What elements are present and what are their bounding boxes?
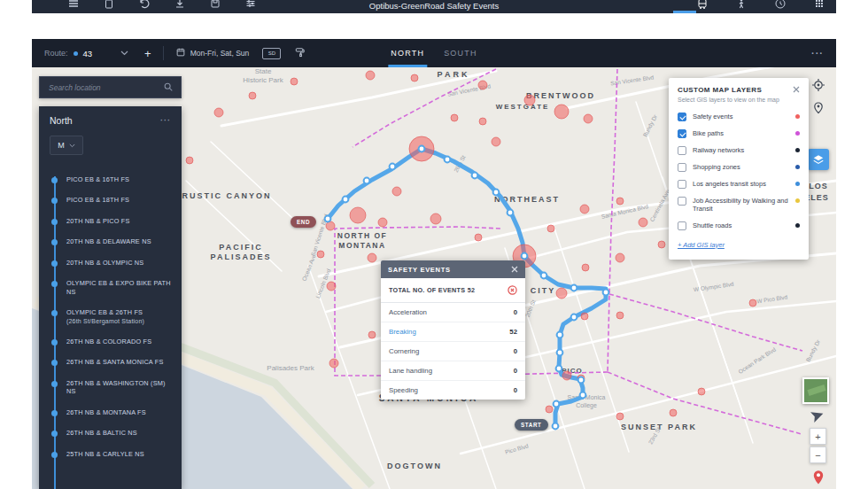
- safety-event-marker[interactable]: [326, 221, 335, 230]
- route-stop-marker[interactable]: [493, 190, 500, 196]
- paint-bucket-icon[interactable]: [294, 45, 306, 61]
- direction-dropdown[interactable]: M: [50, 136, 83, 155]
- safety-event-marker[interactable]: [430, 213, 441, 224]
- apps-grid-icon[interactable]: [813, 0, 825, 10]
- layer-checkbox[interactable]: [678, 180, 686, 189]
- route-stop-marker[interactable]: [419, 146, 425, 152]
- stop-list-item[interactable]: 26TH NB & WASHINGTON (SM) NS: [39, 373, 182, 402]
- layer-checkbox[interactable]: [678, 129, 686, 138]
- add-route-button[interactable]: +: [144, 48, 151, 59]
- map-pin-icon[interactable]: [811, 100, 825, 114]
- safety-event-marker[interactable]: [616, 413, 624, 420]
- close-icon[interactable]: [793, 86, 800, 93]
- stop-list-item[interactable]: 26TH NB & SANTA MONICA FS: [39, 352, 182, 372]
- route-selector[interactable]: Route: 43: [44, 49, 128, 58]
- layer-checkbox[interactable]: [678, 221, 686, 230]
- safety-event-marker[interactable]: [616, 198, 624, 205]
- pedestrian-icon[interactable]: [735, 0, 748, 10]
- safety-event-marker[interactable]: [492, 137, 500, 146]
- safety-event-marker[interactable]: [616, 253, 624, 262]
- safety-event-marker[interactable]: [562, 371, 571, 380]
- safety-event-marker[interactable]: [214, 108, 223, 117]
- safety-event-marker[interactable]: [639, 218, 647, 227]
- add-gis-layer-link[interactable]: + Add GIS layer: [678, 241, 725, 249]
- safety-event-marker[interactable]: [658, 241, 665, 248]
- safety-event-marker[interactable]: [392, 187, 401, 196]
- safety-event-marker[interactable]: [186, 157, 193, 164]
- route-stop-marker[interactable]: [571, 314, 577, 321]
- stop-list-item[interactable]: 26TH NB & BALTIC NS: [39, 423, 182, 443]
- safety-event-marker[interactable]: [670, 409, 677, 416]
- safety-event-marker[interactable]: [366, 71, 375, 80]
- safety-event-marker[interactable]: [749, 299, 756, 307]
- safety-event-marker[interactable]: [350, 207, 366, 223]
- safety-event-marker[interactable]: [556, 288, 567, 299]
- safety-event-marker[interactable]: [451, 114, 458, 121]
- safety-event-marker[interactable]: [479, 118, 486, 125]
- safety-event-row[interactable]: Acceleration0: [381, 303, 525, 322]
- stop-list-item[interactable]: 20TH NB & DELAWARE NS: [39, 231, 182, 252]
- route-stop-marker[interactable]: [364, 178, 370, 184]
- stop-list-item[interactable]: 26TH NB & COLORADO FS: [39, 331, 182, 352]
- route-stop-marker[interactable]: [578, 377, 585, 384]
- safety-event-marker[interactable]: [524, 95, 535, 105]
- layer-checkbox[interactable]: [678, 197, 686, 206]
- stop-list-item[interactable]: OLYMPIC EB & EXPO BIKE PATH NS: [39, 273, 182, 302]
- tab-north[interactable]: NORTH: [391, 39, 424, 67]
- route-stop-marker[interactable]: [556, 366, 562, 372]
- layers-toggle-button[interactable]: [808, 149, 829, 170]
- clock-icon[interactable]: [774, 0, 787, 10]
- route-stop-marker[interactable]: [553, 423, 559, 430]
- safety-event-marker[interactable]: [478, 81, 487, 89]
- safety-event-marker[interactable]: [582, 264, 589, 271]
- safety-event-marker[interactable]: [554, 105, 569, 119]
- stops-panel-more-icon[interactable]: ···: [160, 116, 171, 125]
- route-end-badge[interactable]: END: [291, 216, 316, 228]
- safety-event-marker[interactable]: [327, 282, 336, 291]
- safety-event-row[interactable]: Lane handling0: [381, 361, 525, 381]
- safety-event-marker[interactable]: [616, 312, 624, 319]
- safety-event-marker[interactable]: [411, 74, 418, 82]
- search-input[interactable]: [47, 82, 163, 93]
- stop-list-item[interactable]: PICO EB & 18TH FS: [39, 190, 182, 210]
- stop-list-item[interactable]: 25TH NB & CARLYLE NS: [39, 444, 182, 464]
- route-stop-marker[interactable]: [603, 290, 609, 296]
- layer-checkbox[interactable]: [678, 146, 686, 155]
- safety-event-marker[interactable]: [368, 253, 376, 262]
- search-icon[interactable]: [163, 80, 174, 96]
- stop-list-item[interactable]: OLYMPIC EB & 26TH FS(26th St/Bergamot St…: [39, 302, 182, 331]
- safety-event-marker[interactable]: [581, 313, 588, 320]
- route-stop-marker[interactable]: [557, 332, 563, 338]
- clear-filter-icon[interactable]: [508, 285, 517, 295]
- safety-event-marker[interactable]: [547, 225, 554, 232]
- safety-event-marker[interactable]: [329, 359, 338, 368]
- tab-south[interactable]: SOUTH: [444, 39, 477, 67]
- safety-event-marker[interactable]: [475, 234, 482, 241]
- route-stop-marker[interactable]: [557, 350, 563, 356]
- minimap-preview[interactable]: [802, 377, 829, 404]
- route-stop-marker[interactable]: [445, 157, 451, 163]
- route-stop-marker[interactable]: [580, 392, 586, 399]
- safety-event-marker[interactable]: [580, 205, 589, 213]
- stop-list-item[interactable]: 20TH NB & OLYMPIC NS: [39, 252, 182, 273]
- geolocate-icon[interactable]: [811, 78, 825, 92]
- zoom-out-button[interactable]: −: [810, 446, 826, 463]
- safety-event-marker[interactable]: [291, 78, 298, 85]
- safety-event-marker[interactable]: [584, 114, 593, 123]
- route-stop-marker[interactable]: [571, 285, 577, 291]
- safety-event-marker[interactable]: [378, 218, 387, 227]
- safety-event-row[interactable]: Cornering0: [381, 342, 525, 361]
- route-stop-marker[interactable]: [522, 253, 528, 260]
- compass-navigate-icon[interactable]: [810, 408, 825, 423]
- safety-event-marker[interactable]: [249, 92, 256, 99]
- route-stop-marker[interactable]: [508, 210, 514, 216]
- stop-list-item[interactable]: 26TH NB & MONTANA FS: [39, 402, 182, 423]
- stop-list-item[interactable]: PICO EB & 16TH FS: [39, 169, 182, 190]
- safety-event-marker[interactable]: [546, 406, 553, 413]
- route-stop-marker[interactable]: [472, 173, 478, 179]
- stop-list-item[interactable]: 20TH NB & PICO FS: [39, 211, 182, 231]
- route-stop-marker[interactable]: [390, 164, 396, 170]
- close-icon[interactable]: [511, 266, 518, 273]
- route-stop-marker[interactable]: [554, 401, 560, 408]
- layer-checkbox[interactable]: [678, 163, 686, 172]
